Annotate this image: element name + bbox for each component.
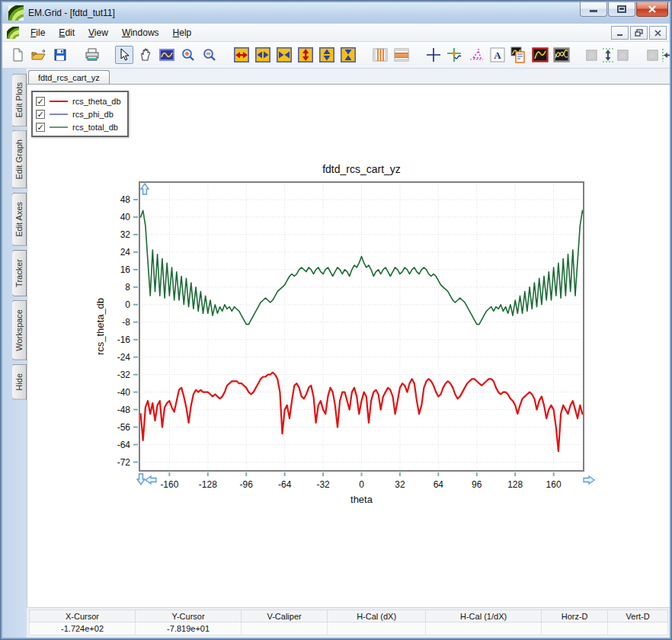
status-column-h-cal-1-dx-: H-Cal (1/dX) bbox=[426, 610, 542, 622]
expand-y-button[interactable] bbox=[296, 46, 315, 64]
title-bar[interactable]: EM.Grid - [fdtd_tut11] bbox=[2, 2, 670, 24]
status-value bbox=[541, 622, 607, 635]
horizontal-grid-button[interactable] bbox=[392, 46, 411, 64]
sidebar-tab-edit-graph[interactable]: Edit Graph bbox=[12, 130, 27, 189]
y-tick-label: 16 bbox=[120, 264, 131, 275]
new-document-button[interactable] bbox=[8, 46, 27, 64]
legend-checkbox[interactable]: ✓ bbox=[36, 97, 45, 106]
y-tick-label: 8 bbox=[125, 282, 130, 293]
pan-tool-button[interactable] bbox=[136, 46, 155, 64]
y-tick-label: -64 bbox=[117, 440, 131, 450]
expand-x-button[interactable] bbox=[232, 46, 251, 64]
legend-line-sample bbox=[50, 114, 68, 115]
menu-help[interactable]: Help bbox=[166, 25, 199, 40]
stretch-x-button[interactable] bbox=[254, 46, 272, 64]
mdi-close-button[interactable] bbox=[649, 26, 667, 40]
plot-zoom-button[interactable] bbox=[158, 46, 176, 64]
stretch-y-button[interactable] bbox=[318, 46, 336, 64]
document-tab-bar: fdtd_rcs_cart_yz bbox=[27, 69, 670, 85]
y-tick-label: -24 bbox=[117, 352, 131, 363]
document-tab[interactable]: fdtd_rcs_cart_yz bbox=[28, 70, 110, 84]
legend-label: rcs_total_db bbox=[72, 123, 118, 132]
menu-view[interactable]: View bbox=[82, 25, 115, 40]
axis-pan-up-handle[interactable] bbox=[141, 184, 149, 194]
zoom-out-button[interactable] bbox=[200, 46, 219, 64]
sidebar-tab-tracker[interactable]: Tracker bbox=[12, 250, 27, 296]
x-tick-label: 64 bbox=[434, 479, 444, 490]
y-tick-label: -56 bbox=[117, 422, 131, 433]
menu-items: FileEditViewWindowsHelp bbox=[24, 27, 198, 38]
legend-item: ✓rcs_total_db bbox=[36, 120, 121, 133]
save-button[interactable] bbox=[51, 46, 69, 64]
axis-pan-right-handle[interactable] bbox=[584, 476, 594, 484]
fit-horizontal-icon bbox=[647, 47, 670, 62]
select-tool-button[interactable] bbox=[115, 46, 133, 64]
series-rcs_total_db bbox=[141, 210, 585, 324]
tracker-icon bbox=[447, 47, 462, 62]
y-tick-label: 32 bbox=[120, 229, 131, 240]
plot-properties-button[interactable] bbox=[510, 46, 528, 64]
x-tick-label: -128 bbox=[199, 479, 217, 490]
axis-pan-left-handle[interactable] bbox=[146, 476, 156, 484]
x-tick-label: 160 bbox=[546, 479, 562, 490]
status-value bbox=[242, 622, 328, 635]
legend-checkbox[interactable]: ✓ bbox=[36, 123, 45, 132]
sidebar-tab-edit-axes[interactable]: Edit Axes bbox=[12, 193, 27, 246]
crosshair-button[interactable] bbox=[424, 46, 443, 64]
pan-hand-icon bbox=[139, 48, 152, 62]
minimize-button[interactable] bbox=[580, 2, 607, 17]
tracker-button[interactable] bbox=[446, 46, 464, 64]
caliper-button[interactable] bbox=[467, 46, 485, 64]
window-title: EM.Grid - [fdtd_tut11] bbox=[28, 8, 115, 18]
legend-checkbox[interactable]: ✓ bbox=[36, 110, 45, 119]
menu-file[interactable]: File bbox=[24, 25, 52, 40]
compress-y-button[interactable] bbox=[339, 46, 357, 64]
y-tick-label: -40 bbox=[117, 387, 131, 398]
zoom-in-button[interactable] bbox=[179, 46, 197, 64]
y-tick-label: -16 bbox=[117, 334, 131, 345]
open-file-button[interactable] bbox=[30, 46, 48, 64]
x-axis-label: theta bbox=[350, 494, 373, 505]
mdi-restore-icon bbox=[635, 29, 643, 37]
toolbar: A bbox=[2, 42, 670, 69]
x-tick-label: 96 bbox=[472, 479, 482, 490]
status-column-y-cursor: Y-Cursor bbox=[136, 610, 242, 622]
status-value: -1.724e+02 bbox=[30, 622, 136, 635]
mdi-minimize-button[interactable] bbox=[611, 26, 629, 40]
mdi-window-buttons bbox=[610, 26, 667, 40]
series-rcs_theta_db bbox=[141, 373, 583, 451]
mdi-close-icon bbox=[654, 30, 662, 37]
legend-item: ✓rcs_theta_db bbox=[36, 94, 121, 107]
status-column-h-cal-dx-: H-Cal (dX) bbox=[328, 610, 426, 622]
close-button[interactable] bbox=[636, 2, 668, 17]
mdi-minimize-icon bbox=[616, 30, 624, 37]
chart[interactable]: fdtd_rcs_cart_yz-160-128-96-64-320326496… bbox=[91, 161, 632, 513]
plot-document-area[interactable]: ✓rcs_theta_db✓rcs_phi_db✓rcs_total_db fd… bbox=[27, 85, 670, 607]
fit-vertical-toggle[interactable] bbox=[584, 46, 632, 64]
all-plots-button[interactable] bbox=[552, 46, 571, 64]
stretch-x-blue-icon bbox=[255, 47, 270, 62]
plot-properties-icon bbox=[510, 46, 527, 63]
close-icon bbox=[648, 5, 657, 13]
status-value bbox=[426, 622, 542, 635]
x-tick-label: -160 bbox=[160, 479, 178, 490]
text-annotation-button[interactable]: A bbox=[488, 46, 507, 64]
legend-label: rcs_theta_db bbox=[72, 97, 121, 106]
sidebar-tab-edit-plots[interactable]: Edit Plots bbox=[12, 73, 27, 126]
fit-horizontal-toggle[interactable] bbox=[645, 46, 670, 64]
sidebar-tab-workspace[interactable]: Workspace bbox=[12, 300, 27, 360]
compress-x-button[interactable] bbox=[275, 46, 293, 64]
sidebar-tab-hide[interactable]: Hide bbox=[12, 364, 27, 400]
menu-edit[interactable]: Edit bbox=[52, 25, 82, 40]
vertical-grid-button[interactable] bbox=[371, 46, 389, 64]
status-value: -7.819e+01 bbox=[136, 622, 242, 635]
mdi-restore-button[interactable] bbox=[630, 26, 648, 40]
menu-windows[interactable]: Windows bbox=[115, 25, 166, 40]
restore-button[interactable] bbox=[608, 2, 635, 17]
compress-x-blue-icon bbox=[277, 47, 292, 62]
axis-pan-down-handle[interactable] bbox=[137, 474, 145, 485]
active-plot-button[interactable] bbox=[531, 46, 549, 64]
print-button[interactable] bbox=[83, 46, 101, 64]
y-axis-label: rcs_theta_db bbox=[94, 298, 106, 355]
active-plot-icon bbox=[532, 47, 549, 62]
